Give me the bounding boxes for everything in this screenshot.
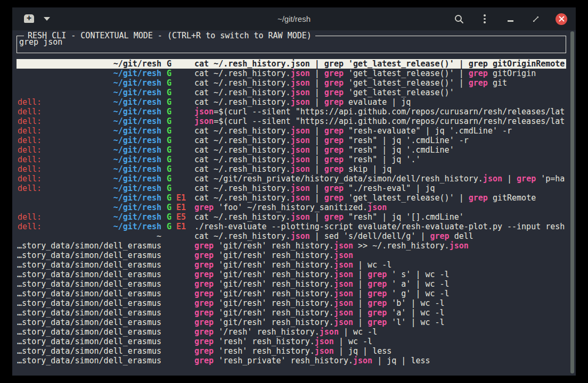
history-row[interactable]: ~/git/reshGcat ~/.resh_history.json | gr… — [17, 69, 566, 78]
match-highlight: grep — [194, 251, 214, 260]
command-text: cat ~/.resh_history. — [194, 88, 291, 97]
match-highlight: grep — [324, 164, 344, 174]
host-label: dell: — [18, 145, 42, 155]
flags-cell: G E1 — [161, 203, 194, 212]
history-row[interactable]: ~/git/reshG E1cat ~/.resh_history.json |… — [17, 193, 566, 203]
match-highlight: grep — [517, 174, 536, 184]
command-cell: grep 'git/resh' resh_history.json >> ~/.… — [194, 241, 566, 251]
history-row[interactable]: ~/git/reshGcat ~/.resh_history.json | gr… — [17, 59, 566, 69]
titlebar-left-group: + — [12, 14, 50, 24]
host-dir-cell: dell:~/git/resh — [17, 136, 161, 145]
match-highlight: grep — [194, 327, 214, 337]
match-highlight: grep — [368, 279, 387, 289]
command-text: '/resh' resh_history. — [214, 327, 320, 337]
git-flag: G — [167, 174, 172, 184]
history-row[interactable]: dell:~/git/reshGcat ~/.resh_history.json… — [17, 155, 566, 164]
history-row[interactable]: …story_data/simon/dell_erasmusgrep 'git/… — [17, 270, 566, 279]
history-row[interactable]: …story_data/simon/dell_erasmusgrep 'git/… — [17, 289, 566, 298]
flags-cell: G — [161, 145, 194, 155]
history-row[interactable]: ~/git/reshGcat ~/.resh_history.json | gr… — [17, 88, 566, 97]
directory-label: ~/git/resh — [17, 193, 161, 203]
directory-label: …story_data/simon/dell_erasmus — [17, 251, 161, 260]
command-text: 'get_latest_release()' | — [344, 69, 469, 78]
restore-button[interactable] — [530, 13, 542, 25]
history-row[interactable]: dell:~/git/reshGcat ~/.resh_history.json… — [17, 184, 566, 193]
history-row[interactable]: ~/git/reshG E1grep 'foo' ~/resh_history_… — [17, 203, 566, 212]
history-row[interactable]: dell:~/git/reshGcat ~/.resh_history.json… — [17, 136, 566, 145]
flags-cell: G E5 — [161, 212, 194, 222]
history-row[interactable]: …story_data/simon/dell_erasmusgrep 'resh… — [17, 337, 566, 346]
directory-label: ~/git/resh — [17, 203, 161, 212]
history-row[interactable]: dell:~/git/reshGcat ~/.resh_history.json… — [17, 97, 566, 107]
flags-cell — [161, 346, 194, 356]
history-row[interactable]: dell:~/git/reshGcat ~/git/resh_private/h… — [17, 174, 566, 184]
history-row[interactable]: …story_data/simon/dell_erasmusgrep 'git/… — [17, 279, 566, 289]
history-row[interactable]: ~/git/reshGcat ~/.resh_history.json | gr… — [17, 78, 566, 88]
match-highlight: grep — [469, 69, 488, 78]
history-row[interactable]: ~cat ~/.resh_history.json | sed 's/dell/… — [17, 231, 566, 241]
match-highlight: json — [315, 337, 334, 346]
history-row[interactable]: …story_data/simon/dell_erasmusgrep 'git/… — [17, 298, 566, 308]
command-text: | wc -l — [334, 337, 372, 346]
directory-label: …story_data/simon/dell_erasmus — [17, 318, 161, 327]
match-highlight: json — [315, 346, 334, 356]
history-row[interactable]: dell:~/git/reshG E1./resh-evaluate --plo… — [17, 222, 566, 231]
command-text: | — [353, 279, 368, 289]
host-dir-cell: dell:~/git/resh — [17, 174, 161, 184]
history-row[interactable]: dell:~/git/reshGcat ~/.resh_history.json… — [17, 145, 566, 155]
scrollbar[interactable] — [570, 31, 574, 373]
host-dir-cell: …story_data/simon/dell_erasmus — [17, 327, 161, 337]
history-row[interactable]: dell:~/git/reshGjson=$(curl --silent "ht… — [17, 116, 566, 126]
history-row[interactable]: …story_data/simon/dell_erasmusgrep 'resh… — [17, 356, 566, 365]
command-cell: cat ~/.resh_history.json | grep "resh" |… — [194, 145, 566, 155]
command-cell: grep 'resh' resh_history.json | jq | les… — [194, 346, 566, 356]
chevron-down-icon[interactable] — [44, 17, 50, 21]
history-row[interactable]: …story_data/simon/dell_erasmusgrep 'git/… — [17, 251, 566, 260]
command-text: 'git/resh' resh_history. — [214, 251, 334, 260]
history-row[interactable]: …story_data/simon/dell_erasmusgrep 'git/… — [17, 260, 566, 270]
flags-cell: G — [161, 78, 194, 88]
command-text: cat ~/.resh_history. — [194, 184, 291, 193]
flags-cell — [161, 356, 194, 365]
search-query-input[interactable]: grep json — [19, 37, 62, 47]
command-cell: grep 'git/resh' resh_history.json | grep… — [194, 298, 566, 308]
match-highlight: json — [291, 136, 310, 145]
history-row[interactable]: dell:~/git/reshG E5cat ~/.resh_history.j… — [17, 212, 566, 222]
host-dir-cell: …story_data/simon/dell_erasmus — [17, 346, 161, 356]
history-row[interactable]: …story_data/simon/dell_erasmusgrep 'git/… — [17, 318, 566, 327]
host-dir-cell: dell:~/git/resh — [17, 107, 161, 116]
terminal-window: + ~/git/resh — [12, 7, 576, 376]
flags-cell: G — [161, 97, 194, 107]
menu-button[interactable] — [479, 13, 491, 25]
match-highlight: json — [291, 231, 310, 241]
command-cell: cat ~/.resh_history.json | grep 'get_lat… — [194, 59, 566, 69]
host-dir-cell: ~ — [17, 231, 161, 241]
search-button[interactable] — [453, 13, 465, 25]
command-text: cat ~/.resh_history. — [194, 59, 291, 69]
git-flag: G — [167, 193, 172, 203]
history-list: ~/git/reshGcat ~/.resh_history.json | gr… — [17, 59, 566, 365]
history-row[interactable]: dell:~/git/reshGcat ~/.resh_history.json… — [17, 164, 566, 174]
command-cell: cat ~/.resh_history.json | grep evaluate… — [194, 97, 566, 107]
command-text: 'git/resh' resh_history. — [214, 241, 334, 251]
new-tab-button[interactable]: + — [23, 14, 35, 24]
history-row[interactable]: …story_data/simon/dell_erasmusgrep 'resh… — [17, 346, 566, 356]
match-highlight: grep — [194, 241, 214, 251]
match-highlight: grep — [194, 346, 214, 356]
command-text: ./resh-evaluate --plotting-script evalua… — [194, 222, 565, 231]
history-row[interactable]: …story_data/simon/dell_erasmusgrep 'git/… — [17, 308, 566, 318]
command-cell: json=$(curl --silent "https://api.github… — [194, 116, 566, 126]
minimize-button[interactable] — [504, 13, 516, 25]
history-row[interactable]: dell:~/git/reshGcat ~/.resh_history.json… — [17, 126, 566, 136]
history-row[interactable]: …story_data/simon/dell_erasmusgrep '/res… — [17, 327, 566, 337]
history-row[interactable]: …story_data/simon/dell_erasmusgrep 'git/… — [17, 241, 566, 251]
host-dir-cell: dell:~/git/resh — [17, 116, 161, 126]
flags-cell: G E1 — [161, 193, 194, 203]
history-row[interactable]: dell:~/git/reshGjson=$(curl --silent "ht… — [17, 107, 566, 116]
close-button[interactable] — [556, 13, 567, 25]
flags-cell — [161, 318, 194, 327]
match-highlight: grep — [324, 69, 344, 78]
plus-icon: + — [23, 14, 35, 23]
command-text: | — [353, 318, 368, 327]
match-highlight: json — [291, 212, 310, 222]
